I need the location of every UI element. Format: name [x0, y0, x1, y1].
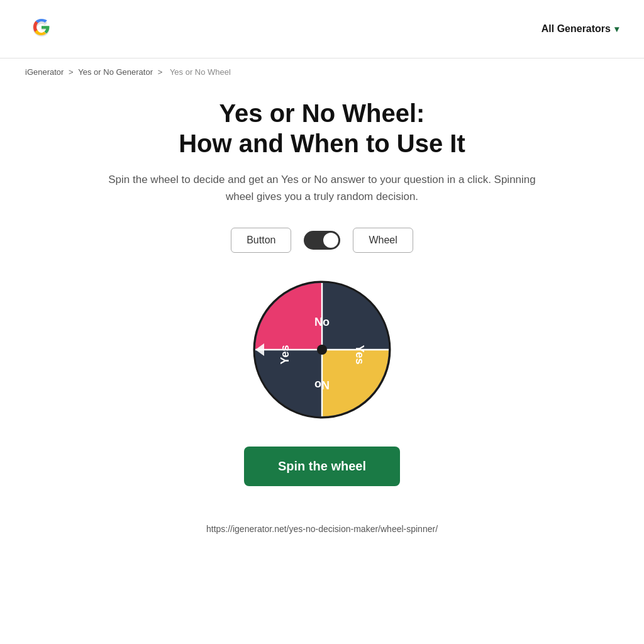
button-mode-button[interactable]: Button	[231, 228, 291, 253]
spin-button[interactable]: Spin the wheel	[244, 447, 400, 486]
page-title: Yes or No Wheel: How and When to Use It	[179, 98, 465, 158]
all-generators-label: All Generators	[541, 23, 611, 35]
logo[interactable]	[25, 11, 58, 47]
page-url: https://igenerator.net/yes-no-decision-m…	[206, 524, 438, 534]
svg-text:Yes: Yes	[353, 345, 366, 365]
mode-toggle-row: Button Wheel	[231, 228, 413, 253]
spin-wheel: No Yes No Yes	[253, 280, 391, 419]
page-description: Spin the wheel to decide and get an Yes …	[108, 171, 536, 205]
breadcrumb-current: Yes or No Wheel	[170, 67, 231, 77]
toggle-knob	[323, 233, 338, 248]
wheel-container[interactable]: No Yes No Yes	[253, 280, 391, 419]
breadcrumb-yes-no-generator[interactable]: Yes or No Generator	[78, 67, 153, 77]
toggle-switch[interactable]	[304, 231, 340, 250]
site-header: All Generators ▾	[0, 0, 644, 58]
svg-text:No: No	[314, 316, 330, 328]
svg-text:Yes: Yes	[279, 345, 291, 365]
logo-icon	[25, 11, 58, 44]
svg-point-9	[317, 345, 327, 355]
chevron-down-icon: ▾	[614, 24, 619, 34]
breadcrumb-igenerator[interactable]: iGenerator	[25, 67, 64, 77]
main-content: Yes or No Wheel: How and When to Use It …	[0, 86, 644, 559]
svg-text:No: No	[314, 379, 330, 391]
breadcrumb: iGenerator > Yes or No Generator > Yes o…	[0, 58, 644, 86]
wheel-mode-button[interactable]: Wheel	[353, 228, 413, 253]
all-generators-nav[interactable]: All Generators ▾	[541, 23, 619, 35]
